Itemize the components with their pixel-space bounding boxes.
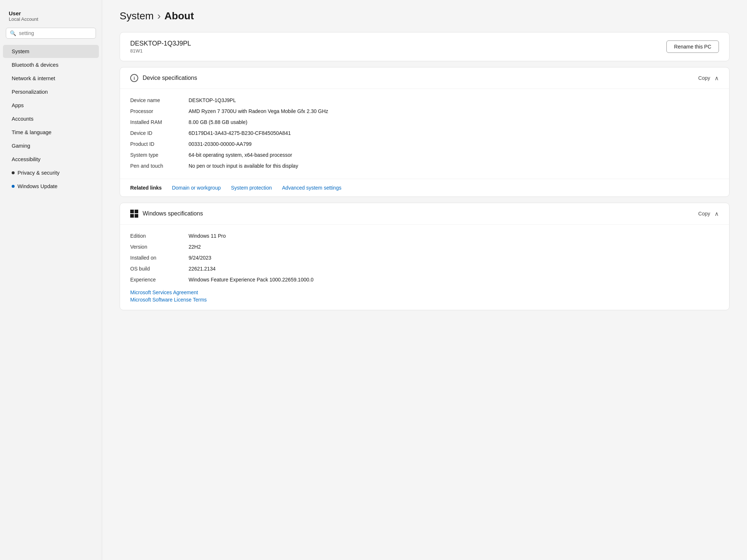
spec-value-edition: Windows 11 Pro [189,233,719,239]
device-specs-header-left: i Device specifications [130,74,197,82]
sidebar-item-system[interactable]: System [3,45,99,58]
sidebar-item-bluetooth-label: Bluetooth & devices [12,62,58,68]
spec-value-installed-on: 9/24/2023 [189,255,719,261]
device-specs-body: Device name DESKTOP-1Q3J9PL Processor AM… [120,89,729,179]
sidebar-item-bluetooth[interactable]: Bluetooth & devices [3,58,99,71]
win-logo-sq-br [135,214,138,218]
update-dot-icon [12,185,15,188]
device-specs-title: Device specifications [143,75,197,81]
privacy-dot-icon [12,171,15,174]
spec-value-pen-touch: No pen or touch input is available for t… [189,163,719,169]
related-links-section: Related links Domain or workgroup System… [120,179,729,197]
pc-model: 81W1 [130,48,191,54]
sidebar-item-privacy-label: Privacy & security [18,170,59,176]
breadcrumb: System › About [120,10,729,22]
sidebar-search-container[interactable]: 🔍 [6,28,96,39]
sidebar-username: User [9,10,94,16]
sidebar-item-time-language-label: Time & language [12,129,51,135]
spec-value-device-name: DESKTOP-1Q3J9PL [189,97,719,103]
spec-row-device-name: Device name DESKTOP-1Q3J9PL [130,95,719,106]
spec-row-experience: Experience Windows Feature Experience Pa… [130,274,719,285]
related-link-system-protection[interactable]: System protection [231,185,272,191]
breadcrumb-separator: › [157,10,160,22]
microsoft-services-agreement-link[interactable]: Microsoft Services Agreement [130,289,719,295]
win-logo-sq-tl [130,210,134,213]
breadcrumb-current: About [165,10,194,22]
sidebar-item-time-language[interactable]: Time & language [3,126,99,139]
windows-specs-collapse-icon[interactable]: ∧ [715,210,719,217]
spec-label-system-type: System type [130,152,189,158]
spec-row-pen-touch: Pen and touch No pen or touch input is a… [130,160,719,171]
device-specs-copy-button[interactable]: Copy [698,75,710,81]
windows-specs-title: Windows specifications [143,210,203,217]
windows-specs-header-left: Windows specifications [130,210,203,218]
device-specs-header: i Device specifications Copy ∧ [120,67,729,89]
win-logo-sq-bl [130,214,134,218]
rename-this-pc-button[interactable]: Rename this PC [666,40,719,53]
spec-label-version: Version [130,244,189,250]
spec-label-pen-touch: Pen and touch [130,163,189,169]
spec-value-version: 22H2 [189,244,719,250]
pc-name-card: DESKTOP-1Q3J9PL 81W1 Rename this PC [120,32,729,61]
spec-label-installed-ram: Installed RAM [130,119,189,125]
spec-label-device-id: Device ID [130,130,189,136]
win-logo-sq-tr [135,210,138,213]
spec-row-device-id: Device ID 6D179D41-3A43-4275-B230-CF8450… [130,128,719,139]
sidebar-nav: System Bluetooth & devices Network & int… [0,43,102,560]
sidebar-item-apps-label: Apps [12,102,24,108]
sidebar-item-accessibility-label: Accessibility [12,156,40,162]
spec-label-processor: Processor [130,108,189,114]
related-link-domain[interactable]: Domain or workgroup [172,185,221,191]
sidebar-user-type: Local Account [9,16,94,22]
spec-row-system-type: System type 64-bit operating system, x64… [130,149,719,160]
sidebar-user-section: User Local Account [0,0,102,28]
sidebar-item-apps[interactable]: Apps [3,99,99,112]
sidebar-item-privacy[interactable]: Privacy & security [3,166,99,179]
sidebar-item-network-label: Network & internet [12,75,55,81]
info-icon: i [130,74,138,82]
spec-value-processor: AMD Ryzen 7 3700U with Radeon Vega Mobil… [189,108,719,114]
windows-specs-body: Edition Windows 11 Pro Version 22H2 Inst… [120,225,729,310]
search-icon: 🔍 [10,30,16,36]
search-input[interactable] [19,30,92,36]
device-specs-collapse-icon[interactable]: ∧ [715,75,719,82]
sidebar-item-personalization[interactable]: Personalization [3,85,99,98]
spec-label-experience: Experience [130,277,189,283]
spec-row-os-build: OS build 22621.2134 [130,263,719,274]
windows-specs-header: Windows specifications Copy ∧ [120,203,729,225]
spec-value-product-id: 00331-20300-00000-AA799 [189,141,719,147]
sidebar-item-windows-update[interactable]: Windows Update [3,180,99,193]
windows-logo-icon [130,210,138,218]
sidebar-item-accounts-label: Accounts [12,116,34,122]
spec-value-os-build: 22621.2134 [189,266,719,272]
sidebar: User Local Account 🔍 System Bluetooth & … [0,0,102,560]
spec-value-installed-ram: 8.00 GB (5.88 GB usable) [189,119,719,125]
spec-label-product-id: Product ID [130,141,189,147]
spec-label-os-build: OS build [130,266,189,272]
sidebar-item-personalization-label: Personalization [12,89,48,95]
spec-label-installed-on: Installed on [130,255,189,261]
main-content: System › About DESKTOP-1Q3J9PL 81W1 Rena… [102,0,747,560]
pc-info-section: DESKTOP-1Q3J9PL 81W1 [130,40,191,54]
spec-row-processor: Processor AMD Ryzen 7 3700U with Radeon … [130,106,719,117]
breadcrumb-parent: System [120,10,154,22]
pc-name: DESKTOP-1Q3J9PL [130,40,191,47]
related-link-advanced-settings[interactable]: Advanced system settings [282,185,341,191]
sidebar-item-gaming[interactable]: Gaming [3,139,99,152]
microsoft-software-license-link[interactable]: Microsoft Software License Terms [130,297,719,303]
spec-row-installed-on: Installed on 9/24/2023 [130,252,719,263]
device-specs-card: i Device specifications Copy ∧ Device na… [120,67,729,197]
sidebar-item-accounts[interactable]: Accounts [3,112,99,125]
spec-label-device-name: Device name [130,97,189,103]
windows-specs-card: Windows specifications Copy ∧ Edition Wi… [120,203,729,310]
spec-value-device-id: 6D179D41-3A43-4275-B230-CF845050A841 [189,130,719,136]
sidebar-item-system-label: System [12,48,29,54]
spec-row-version: Version 22H2 [130,241,719,252]
windows-footer-links: Microsoft Services Agreement Microsoft S… [130,289,719,303]
spec-row-edition: Edition Windows 11 Pro [130,230,719,241]
sidebar-item-network[interactable]: Network & internet [3,72,99,85]
sidebar-item-accessibility[interactable]: Accessibility [3,153,99,166]
related-links-label: Related links [130,185,162,191]
spec-value-system-type: 64-bit operating system, x64-based proce… [189,152,719,158]
windows-specs-copy-button[interactable]: Copy [698,211,710,217]
